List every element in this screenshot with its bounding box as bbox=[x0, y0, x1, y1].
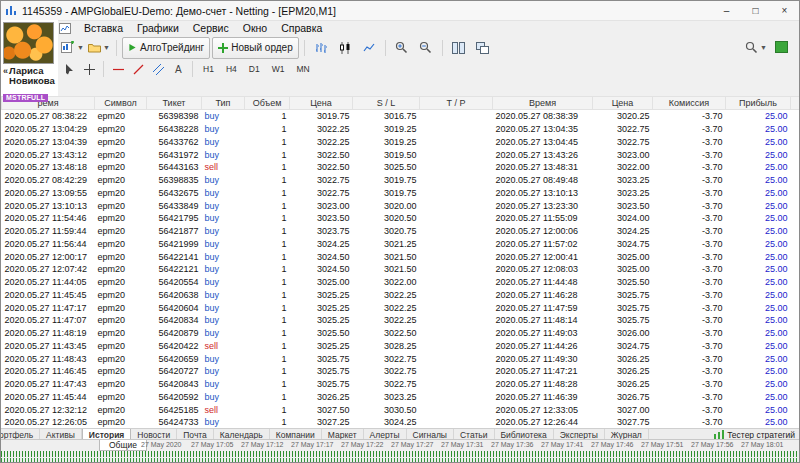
cell-open-price: 3025.25 bbox=[290, 314, 353, 327]
timeframe-button-mn[interactable]: MN bbox=[291, 62, 314, 76]
text-tool-button[interactable]: A bbox=[169, 61, 187, 77]
timeframe-button-h1[interactable]: H1 bbox=[198, 62, 219, 76]
avatar[interactable] bbox=[3, 22, 54, 64]
cell-ticket: 56420659 bbox=[147, 352, 202, 365]
cell-close-time: 2020.05.27 11:49:30 bbox=[493, 352, 593, 365]
column-header[interactable]: T / P bbox=[420, 97, 493, 110]
close-button[interactable]: × bbox=[770, 1, 799, 20]
cell-change: 0.02 % bbox=[791, 174, 800, 187]
data-window-button[interactable] bbox=[770, 36, 792, 58]
cascade-windows-button[interactable] bbox=[472, 37, 494, 59]
history-row[interactable]: 2020.05.27 12:32:12epm2056425185sell1302… bbox=[2, 403, 800, 416]
tile-windows-button[interactable] bbox=[448, 37, 470, 59]
column-header[interactable]: Изменение bbox=[791, 97, 800, 110]
cell-symbol: epm20 bbox=[95, 225, 147, 238]
cell-symbol: epm20 bbox=[95, 352, 147, 365]
column-header[interactable]: Цена bbox=[290, 97, 353, 110]
history-row[interactable]: 2020.05.27 13:04:29epm2056438228buy13022… bbox=[2, 123, 800, 136]
history-row[interactable]: 2020.05.27 08:38:22epm2056398398buy13019… bbox=[2, 110, 800, 123]
history-row[interactable]: 2020.05.27 11:44:05epm2056420554buy13025… bbox=[2, 276, 800, 289]
column-header[interactable]: Символ bbox=[95, 97, 147, 110]
column-header[interactable]: Тип bbox=[202, 97, 245, 110]
line-chart-button[interactable] bbox=[358, 37, 380, 59]
crosshair-tool-button[interactable] bbox=[80, 61, 98, 77]
cell-commission: -3.70 bbox=[653, 250, 726, 263]
history-row[interactable]: 2020.05.27 11:56:44epm2056421999buy13024… bbox=[2, 238, 800, 251]
cell-close-time: 2020.05.27 12:00:41 bbox=[493, 250, 593, 263]
timeframe-button-d1[interactable]: D1 bbox=[244, 62, 265, 76]
cell-open-time: 2020.05.27 12:07:42 bbox=[2, 263, 95, 276]
symbol-search-button[interactable]: ▼ bbox=[744, 36, 768, 58]
timeframe-buttons: H1H4D1W1MN bbox=[197, 62, 316, 76]
history-row[interactable]: 2020.05.27 11:48:19epm2056420879buy13025… bbox=[2, 327, 800, 340]
cell-symbol: epm20 bbox=[95, 123, 147, 136]
menu-item[interactable]: Графики bbox=[130, 22, 186, 34]
history-row[interactable]: 2020.05.27 11:47:43epm2056420843buy13025… bbox=[2, 378, 800, 391]
history-row[interactable]: 2020.05.27 11:47:07epm2056420834buy13025… bbox=[2, 314, 800, 327]
candlestick-chart-button[interactable] bbox=[334, 37, 356, 59]
cursor-tool-button[interactable] bbox=[60, 61, 78, 77]
cell-open-time: 2020.05.27 12:32:12 bbox=[2, 403, 95, 416]
history-row[interactable]: 2020.05.27 11:54:46epm2056421795buy13023… bbox=[2, 212, 800, 225]
history-row[interactable]: 2020.05.27 12:07:42epm2056422121buy13024… bbox=[2, 263, 800, 276]
cell-ticket: 56422121 bbox=[147, 263, 202, 276]
menu-item[interactable]: Сервис bbox=[186, 22, 236, 34]
history-row[interactable]: 2020.05.27 11:45:45epm2056420638buy13025… bbox=[2, 289, 800, 302]
cell-open-time: 2020.05.27 11:44:05 bbox=[2, 276, 95, 289]
cell-sl: 3022.75 bbox=[353, 378, 420, 391]
column-header[interactable]: Тикет bbox=[147, 97, 202, 110]
history-row[interactable]: 2020.05.27 08:42:29epm2056398835buy13022… bbox=[2, 174, 800, 187]
history-row[interactable]: 2020.05.27 13:09:55epm2056432675buy13022… bbox=[2, 187, 800, 200]
cell-profit: 25.00 bbox=[726, 148, 791, 161]
menu-item[interactable]: Окно bbox=[236, 22, 274, 34]
toolbar-separator bbox=[192, 61, 193, 77]
column-header[interactable]: Прибыль bbox=[726, 97, 791, 110]
channel-tool-button[interactable] bbox=[149, 61, 167, 77]
horizontal-line-tool-button[interactable] bbox=[109, 61, 127, 77]
history-row[interactable]: 2020.05.27 11:43:45epm2056420422sell1302… bbox=[2, 340, 800, 353]
history-row[interactable]: 2020.05.27 11:47:17epm2056420604buy13025… bbox=[2, 301, 800, 314]
algo-trading-button[interactable]: АлгоТрейдинг bbox=[122, 37, 210, 59]
cell-ticket: 56425185 bbox=[147, 403, 202, 416]
history-row[interactable]: 2020.05.27 13:04:39epm2056433762buy13022… bbox=[2, 136, 800, 149]
collapse-icon[interactable]: « bbox=[3, 66, 8, 76]
cell-tp bbox=[420, 161, 493, 174]
cell-close-price: 3026.25 bbox=[593, 365, 653, 378]
cell-change: 0.02 % bbox=[791, 238, 800, 251]
timeframe-button-w1[interactable]: W1 bbox=[267, 62, 290, 76]
column-header[interactable]: S / L bbox=[353, 97, 420, 110]
zoom-out-button[interactable] bbox=[415, 37, 437, 59]
history-row[interactable]: 2020.05.27 11:48:43epm2056420659buy13025… bbox=[2, 352, 800, 365]
history-row[interactable]: 2020.05.27 13:43:12epm2056431972buy13022… bbox=[2, 148, 800, 161]
timeframe-button-h4[interactable]: H4 bbox=[221, 62, 242, 76]
cell-symbol: epm20 bbox=[95, 327, 147, 340]
column-header[interactable]: Цена bbox=[593, 97, 653, 110]
menu-item[interactable]: Справка bbox=[274, 22, 329, 34]
cell-open-time: 2020.05.27 13:10:13 bbox=[2, 199, 95, 212]
column-header[interactable]: Время bbox=[493, 97, 593, 110]
zoom-in-button[interactable] bbox=[391, 37, 413, 59]
cell-symbol: epm20 bbox=[95, 263, 147, 276]
history-row[interactable]: 2020.05.27 13:48:18epm2056443163sell1302… bbox=[2, 161, 800, 174]
tester-tab-general[interactable]: Общие bbox=[99, 440, 147, 451]
history-row[interactable]: 2020.05.27 11:46:45epm2056420727buy13025… bbox=[2, 365, 800, 378]
profiles-button[interactable]: ▼ bbox=[87, 37, 111, 59]
new-chart-button[interactable]: ▼ bbox=[60, 37, 85, 59]
column-header[interactable]: Комиссия bbox=[653, 97, 726, 110]
maximize-button[interactable]: □ bbox=[741, 1, 770, 20]
trendline-tool-button[interactable] bbox=[129, 61, 147, 77]
minimize-button[interactable]: – bbox=[712, 1, 741, 20]
history-row[interactable]: 2020.05.27 13:10:13epm2056433849buy13023… bbox=[2, 199, 800, 212]
history-row[interactable]: 2020.05.27 11:45:44epm2056420592buy13026… bbox=[2, 391, 800, 404]
history-row[interactable]: 2020.05.27 12:00:17epm2056422141buy13024… bbox=[2, 250, 800, 263]
menu-item[interactable]: Вставка bbox=[77, 22, 130, 34]
column-header[interactable]: Объем bbox=[245, 97, 290, 110]
cell-ticket: 56421999 bbox=[147, 238, 202, 251]
bar-chart-button[interactable] bbox=[310, 37, 332, 59]
history-row[interactable]: 2020.05.27 11:59:44epm2056421877buy13023… bbox=[2, 225, 800, 238]
history-row[interactable]: 2020.05.27 12:26:05epm2056424733buy13027… bbox=[2, 416, 800, 428]
cell-profit: 25.00 bbox=[726, 250, 791, 263]
new-order-button[interactable]: Новый ордер bbox=[212, 37, 299, 59]
chart-menu-icon[interactable] bbox=[59, 23, 71, 34]
cell-type: buy bbox=[202, 212, 245, 225]
